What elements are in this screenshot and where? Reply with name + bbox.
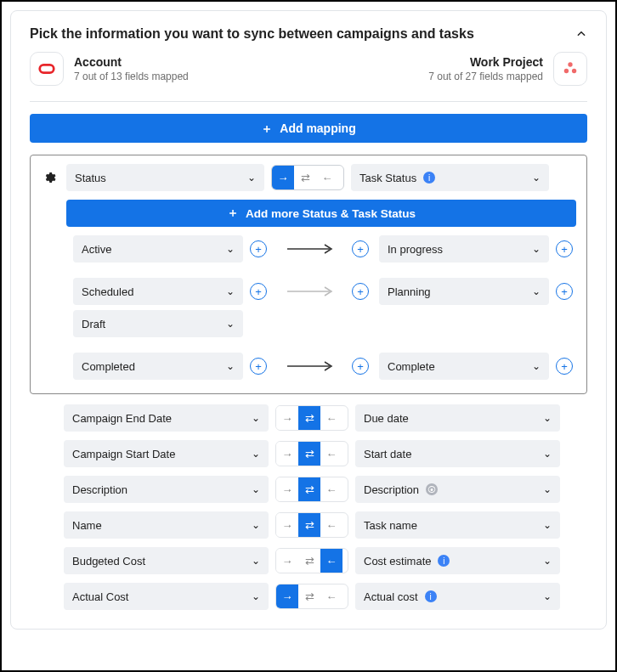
mapping-left-field[interactable]: Description ⌄ bbox=[64, 476, 269, 503]
dir-both-icon[interactable]: ⇄ bbox=[298, 549, 320, 573]
chevron-down-icon: ⌄ bbox=[252, 412, 260, 424]
status-value-left[interactable]: Scheduled ⌄ bbox=[73, 278, 243, 305]
mapping-left-field[interactable]: Name ⌄ bbox=[64, 511, 269, 539]
add-pair-button[interactable]: + bbox=[556, 240, 573, 257]
divider bbox=[30, 101, 587, 102]
mapping-right-field[interactable]: Actual costi ⌄ bbox=[355, 583, 560, 610]
dir-right-icon[interactable]: → bbox=[276, 406, 298, 430]
chevron-down-icon: ⌄ bbox=[543, 448, 552, 460]
dir-both-icon[interactable]: ⇄ bbox=[298, 513, 320, 537]
status-direction-toggle[interactable]: → ⇄ ← bbox=[271, 165, 344, 190]
svg-point-2 bbox=[564, 69, 569, 73]
chevron-down-icon: ⌄ bbox=[532, 243, 541, 255]
svg-point-3 bbox=[572, 69, 576, 73]
status-value-right[interactable]: In progress ⌄ bbox=[379, 235, 549, 263]
status-value-left[interactable]: Completed ⌄ bbox=[73, 353, 243, 380]
chevron-down-icon: ⌄ bbox=[226, 360, 235, 372]
chevron-down-icon: ⌄ bbox=[226, 318, 235, 330]
mapping-right-field[interactable]: Task name ⌄ bbox=[355, 511, 560, 539]
add-mapping-button[interactable]: ＋ Add mapping bbox=[30, 114, 587, 143]
mapping-row: Campaign End Date ⌄ → ⇄ ← Due date ⌄ bbox=[30, 404, 587, 432]
info-icon[interactable]: i bbox=[438, 555, 450, 567]
status-mapping-panel: Status ⌄ → ⇄ ← Task Statusi ⌄ ＋ Add more… bbox=[30, 155, 587, 394]
add-pair-button[interactable]: + bbox=[556, 283, 573, 300]
mapping-right-field[interactable]: Description⦿ ⌄ bbox=[355, 476, 560, 503]
gear-icon[interactable] bbox=[39, 171, 59, 184]
chevron-down-icon: ⌄ bbox=[543, 590, 552, 602]
dir-both-icon[interactable]: ⇄ bbox=[294, 166, 316, 189]
mapping-left-field[interactable]: Actual Cost ⌄ bbox=[64, 583, 269, 610]
add-more-status-label: Add more Status & Task Status bbox=[246, 207, 416, 220]
mapping-row: Budgeted Cost ⌄ → ⇄ ← Cost estimatei ⌄ bbox=[30, 547, 587, 574]
dir-left-icon[interactable]: ← bbox=[320, 477, 342, 501]
direction-toggle[interactable]: → ⇄ ← bbox=[275, 512, 348, 538]
add-right-value-button[interactable]: + bbox=[352, 240, 369, 257]
chevron-down-icon: ⌄ bbox=[247, 172, 256, 184]
dir-left-icon[interactable]: ← bbox=[316, 166, 338, 189]
status-value-left[interactable]: Active ⌄ bbox=[73, 235, 243, 263]
mapping-left-field[interactable]: Campaign End Date ⌄ bbox=[64, 404, 269, 432]
chevron-down-icon: ⌄ bbox=[226, 285, 235, 297]
dir-right-icon[interactable]: → bbox=[276, 549, 298, 573]
mapping-row: Name ⌄ → ⇄ ← Task name ⌄ bbox=[30, 511, 587, 539]
dir-right-icon[interactable]: → bbox=[276, 477, 298, 501]
status-value-right[interactable]: Complete ⌄ bbox=[379, 353, 549, 380]
dir-both-icon[interactable]: ⇄ bbox=[298, 442, 320, 466]
direction-toggle[interactable]: → ⇄ ← bbox=[275, 477, 348, 502]
chevron-down-icon: ⌄ bbox=[252, 448, 260, 460]
target-app-icon bbox=[553, 52, 587, 86]
add-left-value-button[interactable]: + bbox=[250, 240, 267, 257]
section-title: Pick the information you want to sync be… bbox=[30, 26, 474, 42]
status-right-field[interactable]: Task Statusi ⌄ bbox=[351, 164, 549, 191]
add-right-value-button[interactable]: + bbox=[352, 283, 369, 300]
dir-right-icon[interactable]: → bbox=[276, 513, 298, 537]
dir-left-icon[interactable]: ← bbox=[320, 513, 342, 537]
add-left-value-button[interactable]: + bbox=[250, 358, 267, 375]
add-more-status-button[interactable]: ＋ Add more Status & Task Status bbox=[66, 200, 576, 227]
info-icon[interactable]: ⦿ bbox=[426, 483, 438, 495]
chevron-down-icon: ⌄ bbox=[532, 285, 541, 297]
add-right-value-button[interactable]: + bbox=[352, 358, 369, 375]
info-icon[interactable]: i bbox=[423, 172, 435, 184]
chevron-down-icon: ⌄ bbox=[532, 172, 541, 184]
direction-toggle[interactable]: → ⇄ ← bbox=[275, 405, 348, 431]
plus-icon: ＋ bbox=[261, 122, 273, 134]
dir-both-icon[interactable]: ⇄ bbox=[298, 406, 320, 430]
dir-both-icon[interactable]: ⇄ bbox=[298, 477, 320, 501]
mapping-right-field[interactable]: Cost estimatei ⌄ bbox=[355, 547, 560, 574]
dir-left-icon[interactable]: ← bbox=[320, 584, 342, 608]
chevron-down-icon: ⌄ bbox=[252, 483, 260, 495]
source-app: Account 7 out of 13 fields mapped bbox=[30, 52, 189, 86]
source-app-subtitle: 7 out of 13 fields mapped bbox=[74, 71, 189, 82]
add-mapping-label: Add mapping bbox=[280, 121, 355, 135]
info-icon[interactable]: i bbox=[425, 590, 437, 602]
dir-right-icon[interactable]: → bbox=[276, 584, 298, 608]
dir-left-icon[interactable]: ← bbox=[320, 549, 342, 573]
dir-right-icon[interactable]: → bbox=[276, 442, 298, 466]
status-value-right[interactable]: Planning ⌄ bbox=[379, 278, 549, 305]
source-app-icon bbox=[30, 52, 64, 86]
mapping-row: Campaign Start Date ⌄ → ⇄ ← Start date ⌄ bbox=[30, 440, 587, 467]
target-app-name: Work Project bbox=[428, 55, 543, 69]
chevron-down-icon: ⌄ bbox=[252, 590, 260, 602]
mapping-right-field[interactable]: Due date ⌄ bbox=[355, 404, 560, 432]
mapping-left-field[interactable]: Campaign Start Date ⌄ bbox=[64, 440, 269, 467]
dir-left-icon[interactable]: ← bbox=[320, 442, 342, 466]
mapping-left-field[interactable]: Budgeted Cost ⌄ bbox=[64, 547, 269, 574]
direction-toggle[interactable]: → ⇄ ← bbox=[275, 441, 348, 466]
collapse-icon[interactable] bbox=[575, 28, 587, 40]
direction-toggle[interactable]: → ⇄ ← bbox=[275, 584, 348, 609]
add-pair-button[interactable]: + bbox=[556, 358, 573, 375]
chevron-down-icon: ⌄ bbox=[543, 483, 552, 495]
add-left-value-button[interactable]: + bbox=[250, 283, 267, 300]
dir-right-icon[interactable]: → bbox=[272, 166, 294, 189]
svg-rect-0 bbox=[40, 65, 54, 72]
apps-header: Account 7 out of 13 fields mapped Work P… bbox=[30, 52, 587, 86]
source-app-name: Account bbox=[74, 55, 189, 69]
status-value-left-extra[interactable]: Draft ⌄ bbox=[73, 310, 243, 337]
mapping-right-field[interactable]: Start date ⌄ bbox=[355, 440, 560, 467]
status-left-field[interactable]: Status ⌄ bbox=[66, 164, 264, 191]
dir-left-icon[interactable]: ← bbox=[320, 406, 342, 430]
direction-toggle[interactable]: → ⇄ ← bbox=[275, 548, 348, 573]
dir-both-icon[interactable]: ⇄ bbox=[298, 584, 320, 608]
